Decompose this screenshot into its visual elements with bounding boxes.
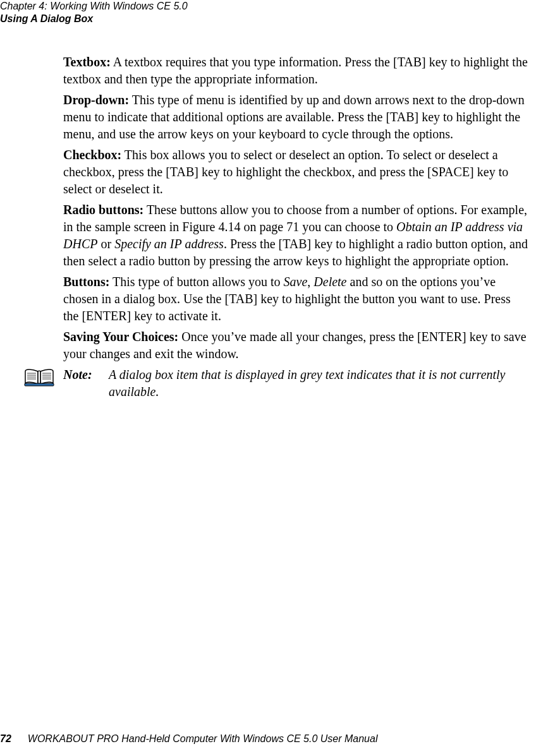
note-label: Note: (63, 368, 92, 381)
header-section: Using A Dialog Box (0, 13, 188, 25)
note-block: Note: A dialog box item that is displaye… (63, 366, 528, 400)
term-radio: Radio buttons: (63, 203, 143, 217)
paragraph-saving: Saving Your Choices: Once you’ve made al… (63, 328, 528, 363)
svg-rect-8 (25, 383, 54, 386)
book-icon (24, 368, 54, 391)
page-header: Chapter 4: Working With Windows CE 5.0 U… (0, 0, 188, 25)
paragraph-textbox: Textbox: A textbox requires that you typ… (63, 54, 528, 88)
text: This type of menu is identified by up an… (63, 93, 525, 141)
header-chapter: Chapter 4: Working With Windows CE 5.0 (0, 0, 188, 13)
italic-text: Specify an IP address (114, 237, 224, 251)
paragraph-dropdown: Drop-down: This type of menu is identifi… (63, 92, 528, 143)
term-buttons: Buttons: (63, 275, 109, 289)
note-text: Note: A dialog box item that is displaye… (63, 366, 528, 400)
text: This box allows you to select or deselec… (63, 148, 508, 196)
page-number: 72 (0, 733, 11, 744)
text: , (307, 275, 314, 289)
term-checkbox: Checkbox: (63, 148, 121, 162)
text: or (97, 237, 114, 251)
text: This type of button allows you to (109, 275, 283, 289)
paragraph-buttons: Buttons: This type of button allows you … (63, 273, 528, 325)
term-saving: Saving Your Choices: (63, 330, 178, 344)
body-text: Textbox: A textbox requires that you typ… (63, 54, 528, 400)
term-textbox: Textbox: (63, 55, 111, 69)
term-dropdown: Drop-down: (63, 93, 129, 107)
page: Chapter 4: Working With Windows CE 5.0 U… (0, 0, 536, 756)
note-body: A dialog box item that is displayed in g… (109, 366, 528, 400)
italic-text: Save (284, 275, 308, 289)
paragraph-checkbox: Checkbox: This box allows you to select … (63, 147, 528, 198)
paragraph-radio: Radio buttons: These buttons allow you t… (63, 201, 528, 270)
text: A textbox requires that you type informa… (63, 55, 528, 86)
footer-title: WORKABOUT PRO Hand-Held Computer With Wi… (28, 733, 378, 744)
italic-text: Delete (314, 275, 346, 289)
page-footer: 72WORKABOUT PRO Hand-Held Computer With … (0, 733, 377, 745)
